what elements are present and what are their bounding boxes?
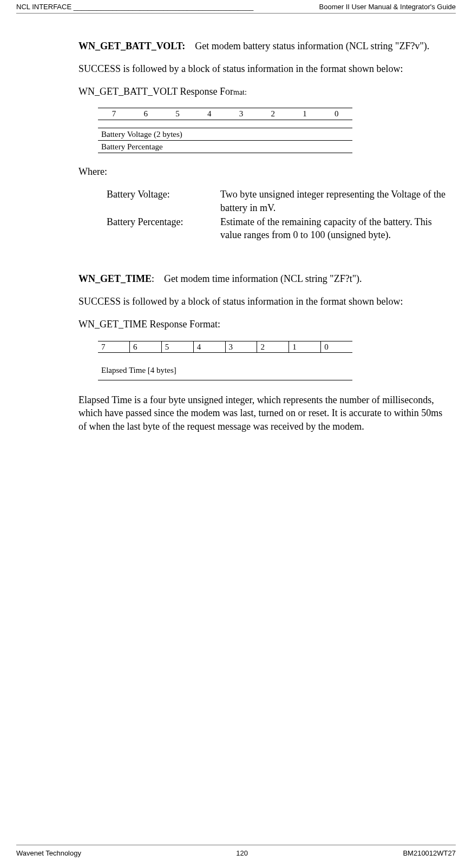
bit-col: 0 bbox=[320, 108, 352, 119]
bit-col: 6 bbox=[130, 108, 162, 119]
batt-row-percentage: Battery Percentage bbox=[98, 141, 352, 153]
bit-col: 1 bbox=[289, 341, 321, 352]
def-term: Battery Voltage: bbox=[107, 188, 220, 214]
bit-col: 2 bbox=[257, 108, 289, 119]
def-term: Battery Percentage: bbox=[107, 215, 220, 242]
page-header: NCL INTERFACE __________________________… bbox=[16, 0, 456, 14]
batt-desc: Get modem battery status information (NC… bbox=[195, 41, 429, 51]
time-title: WN_GET_TIME bbox=[78, 273, 152, 284]
bit-col: 7 bbox=[98, 108, 130, 119]
bit-col: 5 bbox=[162, 341, 194, 352]
bit-col: 7 bbox=[98, 341, 130, 352]
bit-col: 3 bbox=[225, 108, 257, 119]
batt-definitions: Battery Voltage: Two byte unsigned integ… bbox=[107, 188, 450, 241]
time-bit-header: 7 6 5 4 3 2 1 0 bbox=[98, 341, 352, 353]
footer-center: 120 bbox=[236, 849, 248, 858]
bit-col: 2 bbox=[257, 341, 289, 352]
def-desc: Estimate of the remaining capacity of th… bbox=[220, 215, 450, 242]
batt-title: WN_GET_BATT_VOLT: bbox=[78, 41, 185, 51]
batt-row-voltage: Battery Voltage (2 bytes) bbox=[98, 128, 352, 141]
def-row: Battery Voltage: Two byte unsigned integ… bbox=[107, 188, 450, 214]
batt-bit-header: 7 6 5 4 3 2 1 0 bbox=[98, 108, 352, 120]
header-right: Boomer II User Manual & Integrator's Gui… bbox=[319, 2, 456, 12]
bit-col: 4 bbox=[194, 341, 226, 352]
time-desc: Get modem time information (NCL string "… bbox=[164, 273, 362, 284]
bit-col: 0 bbox=[321, 341, 352, 352]
time-row-elapsed: Elapsed Time [4 bytes] bbox=[98, 359, 352, 380]
header-left: NCL INTERFACE __________________________… bbox=[16, 2, 253, 12]
footer-left: Wavenet Technology bbox=[16, 849, 81, 858]
batt-where-label: Where: bbox=[78, 165, 450, 178]
batt-intro: WN_GET_BATT_VOLT: Get modem battery stat… bbox=[78, 40, 450, 52]
bit-col: 4 bbox=[193, 108, 225, 119]
time-response-label: WN_GET_TIME Response Format: bbox=[78, 318, 450, 331]
document-body: WN_GET_BATT_VOLT: Get modem battery stat… bbox=[78, 40, 450, 433]
bit-col: 3 bbox=[226, 341, 258, 352]
page-footer: Wavenet Technology 120 BM210012WT27 bbox=[16, 845, 456, 858]
time-success-para: SUCCESS is followed by a block of status… bbox=[78, 295, 450, 308]
bit-col: 5 bbox=[162, 108, 194, 119]
time-intro: WN_GET_TIME: Get modem time information … bbox=[78, 272, 450, 285]
bit-col: 1 bbox=[289, 108, 321, 119]
time-explanation: Elapsed Time is a four byte unsigned int… bbox=[78, 393, 450, 433]
bit-col: 6 bbox=[130, 341, 162, 352]
batt-response-label: WN_GET_BATT_VOLT Response Format: bbox=[78, 85, 450, 98]
batt-success-para: SUCCESS is followed by a block of status… bbox=[78, 62, 450, 75]
def-row: Battery Percentage: Estimate of the rema… bbox=[107, 215, 450, 242]
footer-right: BM210012WT27 bbox=[403, 849, 456, 858]
def-desc: Two byte unsigned integer representing t… bbox=[220, 188, 450, 214]
